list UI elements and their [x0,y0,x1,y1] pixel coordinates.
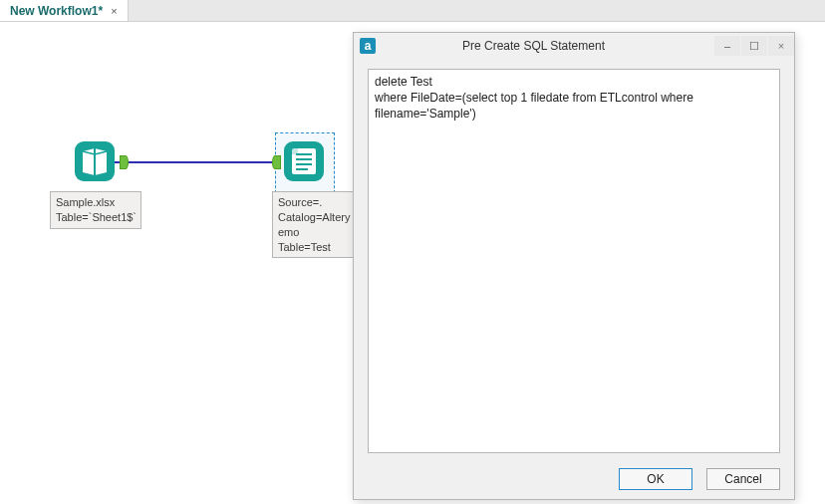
output-data-icon [282,139,326,183]
input-anchor[interactable] [272,155,281,169]
workflow-tab-title: New Workflow1* [10,4,103,18]
dialog-titlebar[interactable]: a Pre Create SQL Statement – ☐ × [354,33,794,59]
sql-statement-textarea[interactable] [368,69,780,453]
tab-bar: New Workflow1* × [0,0,825,22]
close-dialog-button[interactable]: × [768,36,794,56]
dialog-button-row: OK Cancel [354,459,794,499]
dialog-title: Pre Create SQL Statement [380,39,713,53]
input-node-label: Sample.xlsx Table=`Sheet1$` [50,191,141,229]
input-data-node[interactable]: Sample.xlsx Table=`Sheet1$` [50,139,141,229]
pre-create-sql-dialog: a Pre Create SQL Statement – ☐ × OK Canc… [353,32,795,500]
maximize-button[interactable]: ☐ [741,36,767,56]
output-anchor[interactable] [120,155,129,169]
dialog-body [354,59,794,459]
ok-button[interactable]: OK [619,468,692,490]
minimize-button[interactable]: – [714,36,740,56]
app-icon: a [360,38,376,54]
workflow-tab[interactable]: New Workflow1* × [0,0,129,21]
output-data-node[interactable]: Source=. Catalog=Altery emo Table=Test [272,139,364,258]
input-data-icon [73,139,117,183]
close-tab-icon[interactable]: × [111,5,117,17]
output-node-label: Source=. Catalog=Altery emo Table=Test [272,191,364,258]
cancel-button[interactable]: Cancel [706,468,780,490]
